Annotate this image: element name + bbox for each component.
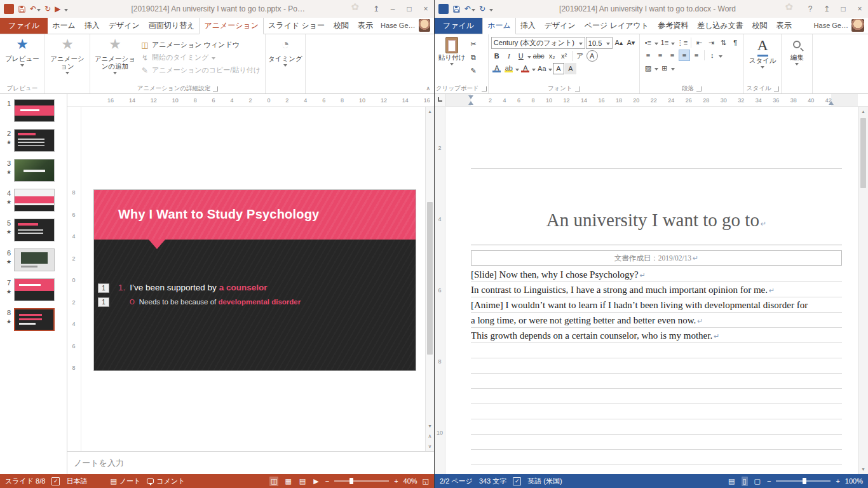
tab-design[interactable]: デザイン — [540, 18, 580, 34]
font-color-dropdown[interactable] — [532, 69, 536, 71]
slide-sorter-view-icon[interactable]: ▦ — [283, 477, 292, 486]
account-avatar[interactable] — [851, 19, 864, 32]
tab-file[interactable]: ファイル — [0, 17, 48, 34]
scrollbar-thumb[interactable] — [860, 118, 866, 188]
zoom-out-icon[interactable]: − — [767, 477, 771, 485]
font-name-select[interactable]: Century (本文のフォント) — [491, 37, 585, 49]
align-left-button[interactable]: ≡ — [642, 50, 654, 61]
distribute-button[interactable]: ≡ — [691, 50, 702, 61]
superscript-button[interactable]: x² — [559, 50, 570, 62]
trigger-button[interactable]: ↯ 開始のタイミング — [139, 52, 262, 63]
slide-thumbnail-5[interactable]: 5★ — [4, 219, 64, 241]
minimize-icon[interactable]: – — [384, 0, 401, 18]
zoom-slider[interactable] — [334, 480, 389, 482]
horizontal-ruler[interactable]: 1614121086420246810121416 — [67, 94, 434, 107]
spellcheck-icon[interactable]: ✓ — [51, 477, 60, 485]
text-effects-button[interactable]: A — [491, 63, 503, 74]
editing-button[interactable]: 編集 — [784, 36, 810, 83]
document-line[interactable] — [471, 389, 842, 404]
start-slideshow-icon[interactable]: ▶ — [55, 4, 60, 14]
justify-button[interactable]: ≡ — [679, 50, 690, 61]
document-line[interactable] — [471, 419, 842, 435]
ppt-vertical-scrollbar[interactable]: ▴ ▾ ∧ ∨ — [425, 107, 434, 451]
animation-gallery-button[interactable]: ★ アニメーション — [48, 36, 87, 83]
format-painter-button[interactable]: ✎ — [468, 65, 479, 76]
font-color-button[interactable]: A — [520, 63, 531, 74]
document-line[interactable] — [471, 374, 842, 389]
cut-button[interactable]: ✂ — [468, 38, 479, 50]
next-slide-icon[interactable]: ∨ — [426, 442, 434, 451]
document-line[interactable]: a long time, or were not getting better … — [471, 313, 842, 328]
zoom-slider-knob[interactable] — [349, 478, 353, 484]
slide-bullet-1[interactable]: 1.I’ve been supported by a counselor — [118, 283, 267, 292]
document-line[interactable]: This growth depends on a certain counsel… — [471, 328, 842, 343]
tab-selector[interactable] — [435, 94, 446, 106]
sort-button[interactable]: ⇅ — [717, 37, 729, 48]
strikethrough-button[interactable]: abc — [532, 50, 546, 62]
close-icon[interactable]: × — [851, 0, 868, 18]
slide-1-preview[interactable] — [14, 99, 55, 122]
styles-dialog-launcher[interactable] — [774, 86, 779, 92]
document-line[interactable] — [471, 450, 842, 465]
font-dialog-launcher[interactable] — [575, 86, 580, 92]
zoom-in-icon[interactable]: + — [836, 477, 839, 485]
tab-page-layout[interactable]: ページ レイアウト — [580, 18, 653, 34]
change-case-button[interactable]: Aa — [536, 63, 548, 74]
advanced-dialog-launcher[interactable] — [213, 86, 218, 92]
enclose-characters-button[interactable]: A — [587, 50, 598, 62]
shading-button[interactable]: ▨ — [642, 62, 654, 74]
help-icon[interactable]: ? — [802, 0, 818, 18]
increase-indent-button[interactable]: ⇥ — [705, 37, 717, 48]
zoom-out-icon[interactable]: − — [325, 477, 329, 485]
align-right-button[interactable]: ≡ — [667, 50, 678, 61]
line-spacing-dropdown[interactable] — [719, 55, 722, 58]
scroll-down-icon[interactable]: ▾ — [858, 464, 868, 474]
undo-icon[interactable]: ↶ — [30, 4, 41, 14]
tab-review[interactable]: 校閲 — [329, 18, 353, 34]
tab-slideshow[interactable]: スライド ショー — [264, 18, 329, 34]
spellcheck-icon[interactable]: ✓ — [513, 477, 521, 485]
repeat-icon[interactable]: ↻ — [44, 4, 51, 14]
undo-icon[interactable]: ↶ — [465, 4, 475, 14]
word-vertical-scrollbar[interactable]: ▴ ▾ — [858, 107, 868, 474]
zoom-level[interactable]: 40% — [403, 477, 417, 485]
multilevel-list-button[interactable]: ⋮≡ — [675, 37, 689, 48]
document-title[interactable]: An university I want to go to↵ — [471, 208, 842, 245]
first-line-indent-marker[interactable] — [468, 95, 473, 99]
show-formatting-marks-button[interactable]: ¶ — [729, 37, 741, 48]
scroll-down-icon[interactable]: ▾ — [426, 421, 434, 431]
scroll-up-icon[interactable]: ▴ — [858, 107, 868, 116]
word-app-icon[interactable] — [438, 4, 449, 14]
change-case-dropdown[interactable] — [548, 69, 552, 71]
fit-to-window-icon[interactable]: ◱ — [423, 477, 429, 485]
bold-button[interactable]: B — [491, 50, 503, 62]
slide-6-preview[interactable] — [14, 248, 55, 271]
slide-canvas-area[interactable]: 864202468 Why I Want to Study Psychology… — [67, 107, 434, 451]
slide-thumbnail-2[interactable]: 2★ — [4, 129, 64, 152]
zoom-level[interactable]: 100% — [845, 477, 863, 485]
save-icon[interactable] — [18, 5, 26, 13]
slideshow-view-icon[interactable]: ▶ — [312, 477, 320, 486]
decrease-indent-button[interactable]: ⇤ — [693, 37, 705, 48]
account-name[interactable]: Hase Ge… — [811, 18, 851, 34]
normal-view-icon[interactable]: ◫ — [269, 477, 278, 486]
print-layout-icon[interactable]: ▯ — [742, 477, 748, 486]
slide-4-preview[interactable] — [14, 189, 55, 212]
slide-thumbnail-6[interactable]: 6★ — [4, 248, 64, 271]
slide-thumbnail-4[interactable]: 4★ — [4, 189, 64, 212]
document-line[interactable] — [471, 358, 842, 374]
word-count[interactable]: 343 文字 — [479, 477, 506, 486]
animation-order-badge[interactable]: 1 — [98, 283, 109, 293]
slide-7-preview[interactable] — [14, 278, 55, 301]
ribbon-display-options-icon[interactable]: ↥ — [368, 0, 384, 18]
restore-icon[interactable]: □ — [835, 0, 851, 18]
slide-title[interactable]: Why I Want to Study Psychology — [94, 190, 416, 222]
tab-design[interactable]: デザイン — [104, 18, 144, 34]
underline-dropdown[interactable] — [527, 56, 531, 58]
numbered-list-button[interactable]: 1≡ — [659, 37, 670, 48]
save-icon[interactable] — [452, 5, 461, 13]
timing-button[interactable]: ◔ タイミング — [268, 36, 302, 83]
document-line[interactable]: [Slide] Now then, why I chose Psychology… — [471, 267, 842, 282]
tab-view[interactable]: 表示 — [353, 18, 377, 34]
hanging-indent-marker[interactable] — [468, 101, 473, 105]
